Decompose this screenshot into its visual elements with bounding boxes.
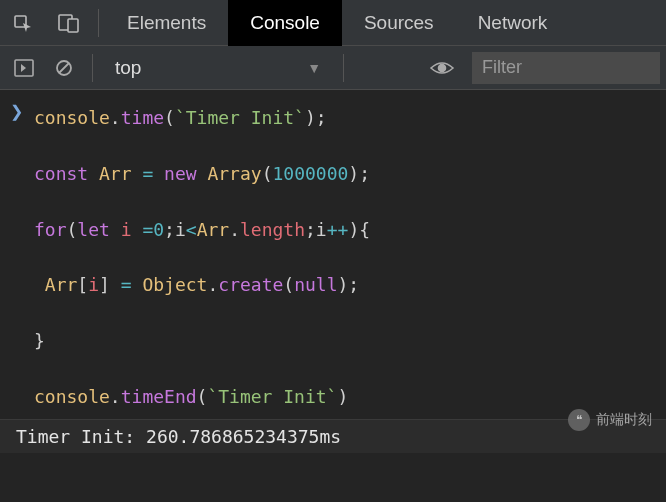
tab-console[interactable]: Console — [228, 0, 342, 46]
chevron-down-icon: ▼ — [307, 60, 321, 76]
filter-input[interactable] — [472, 52, 660, 84]
live-expression-icon[interactable] — [424, 50, 460, 86]
prompt-icon: ❯ — [10, 102, 23, 121]
watermark-text: 前端时刻 — [596, 411, 652, 429]
console-output-line: Timer Init: 260.786865234375ms — [0, 419, 666, 453]
device-toolbar-icon[interactable] — [46, 0, 92, 46]
clear-console-icon[interactable] — [46, 50, 82, 86]
select-element-icon[interactable] — [0, 0, 46, 46]
watermark: ❝ 前端时刻 — [568, 409, 652, 431]
tab-sources[interactable]: Sources — [342, 0, 456, 46]
tab-elements[interactable]: Elements — [105, 0, 228, 46]
console-input-code[interactable]: console.time(`Timer Init`); const Arr = … — [0, 96, 666, 419]
console-body: ❯ console.time(`Timer Init`); const Arr … — [0, 90, 666, 453]
svg-line-5 — [59, 63, 69, 73]
context-value: top — [115, 57, 141, 79]
tab-network[interactable]: Network — [456, 0, 570, 46]
separator — [92, 54, 93, 82]
separator — [98, 9, 99, 37]
svg-rect-2 — [68, 19, 78, 32]
toggle-sidebar-icon[interactable] — [6, 50, 42, 86]
svg-point-6 — [439, 64, 446, 71]
devtools-tabbar: Elements Console Sources Network — [0, 0, 666, 46]
separator — [343, 54, 344, 82]
context-selector[interactable]: top ▼ — [103, 52, 333, 84]
wechat-icon: ❝ — [568, 409, 590, 431]
console-toolbar: top ▼ — [0, 46, 666, 90]
